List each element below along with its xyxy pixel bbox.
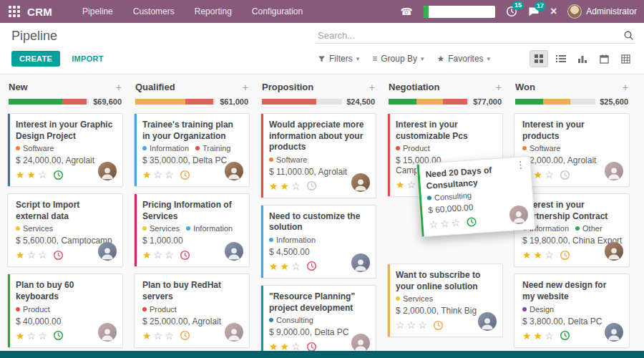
- priority-star[interactable]: ☆: [154, 331, 164, 341]
- activity-clock-icon[interactable]: [180, 330, 190, 341]
- progress-segment-red[interactable]: [262, 99, 316, 105]
- activities-button[interactable]: 15: [506, 6, 517, 17]
- view-pivot-button[interactable]: [617, 51, 634, 67]
- progress-segment-gray[interactable]: [213, 99, 215, 105]
- activity-clock-icon[interactable]: [306, 342, 317, 351]
- messages-button[interactable]: 17: [528, 6, 540, 17]
- progress-segment-green[interactable]: [515, 99, 543, 105]
- priority-star[interactable]: ★: [269, 261, 279, 271]
- opportunity-card[interactable]: Need new design for my websiteDesign$ 3,…: [514, 274, 630, 347]
- create-button[interactable]: CREATE: [11, 51, 60, 67]
- priority-star[interactable]: ☆: [545, 170, 555, 180]
- progress-segment-gray[interactable]: [570, 99, 595, 105]
- column-progress-bar[interactable]: [515, 99, 595, 105]
- column-progress-bar[interactable]: [262, 99, 342, 105]
- priority-star[interactable]: ☆: [451, 218, 462, 228]
- column-quick-add-icon[interactable]: +: [116, 82, 122, 92]
- progress-segment-green[interactable]: [9, 99, 62, 105]
- priority-star[interactable]: ☆: [165, 250, 175, 260]
- priority-star[interactable]: ★: [534, 250, 544, 260]
- opportunity-card[interactable]: Plan to buy RedHat serversProduct$ 25,00…: [134, 274, 250, 347]
- progress-segment-red[interactable]: [62, 99, 87, 105]
- opportunity-card[interactable]: ⋮Need 20 Days of ConsultancyConsulting$ …: [416, 156, 536, 238]
- priority-star[interactable]: ☆: [154, 250, 164, 260]
- priority-star[interactable]: ☆: [165, 331, 175, 341]
- activity-clock-icon[interactable]: [560, 170, 570, 180]
- priority-star[interactable]: ☆: [38, 331, 48, 341]
- opportunity-card[interactable]: "Resource Planning" project developmentC…: [260, 285, 376, 351]
- apps-menu-icon[interactable]: [9, 6, 20, 17]
- column-quick-add-icon[interactable]: +: [243, 82, 248, 92]
- priority-star[interactable]: ☆: [291, 181, 301, 191]
- activity-clock-icon[interactable]: [560, 250, 570, 261]
- search-icon[interactable]: [623, 30, 634, 41]
- filters-dropdown[interactable]: Filters ▾: [318, 54, 359, 64]
- priority-star[interactable]: ★: [142, 250, 152, 260]
- priority-star[interactable]: ☆: [396, 320, 406, 330]
- close-icon[interactable]: ×: [550, 6, 557, 17]
- priority-star[interactable]: ★: [280, 261, 291, 271]
- priority-star[interactable]: ★: [16, 331, 26, 341]
- view-graph-button[interactable]: [574, 51, 591, 67]
- activity-clock-icon[interactable]: [180, 250, 190, 261]
- opportunity-card[interactable]: Pricing Information of ServicesServicesI…: [134, 193, 250, 267]
- priority-star[interactable]: ★: [269, 342, 279, 351]
- column-quick-add-icon[interactable]: +: [369, 82, 375, 92]
- nav-item-customers[interactable]: Customers: [125, 0, 183, 23]
- progress-segment-gray[interactable]: [467, 99, 469, 105]
- priority-star[interactable]: ☆: [407, 320, 417, 330]
- progress-segment-red[interactable]: [185, 99, 213, 105]
- view-kanban-button[interactable]: [530, 50, 548, 67]
- activity-clock-icon[interactable]: [560, 330, 570, 341]
- opportunity-card[interactable]: Script to Import external dataServices$ …: [7, 193, 123, 267]
- priority-star[interactable]: ☆: [429, 219, 439, 230]
- search-input[interactable]: [316, 29, 623, 42]
- activity-clock-icon[interactable]: [433, 320, 444, 331]
- user-menu[interactable]: Administrator: [567, 4, 637, 19]
- opportunity-card[interactable]: Would appreciate more information about …: [260, 113, 376, 198]
- priority-star[interactable]: ★: [142, 331, 152, 341]
- nav-item-configuration[interactable]: Configuration: [243, 0, 311, 23]
- activity-clock-icon[interactable]: [53, 330, 64, 341]
- add-new-column-button[interactable]: + Add new Column: [640, 83, 644, 351]
- priority-star[interactable]: ★: [16, 250, 26, 260]
- priority-star[interactable]: ☆: [165, 170, 175, 180]
- opportunity-card[interactable]: Interest in your Graphic Design ProjectS…: [7, 113, 123, 187]
- priority-star[interactable]: ☆: [291, 261, 301, 271]
- priority-star[interactable]: ★: [142, 170, 152, 180]
- timer-input[interactable]: [424, 6, 495, 18]
- favorites-dropdown[interactable]: ★ Favorites ▾: [436, 54, 490, 64]
- priority-star[interactable]: ★: [534, 170, 544, 180]
- activity-clock-icon[interactable]: [466, 216, 477, 228]
- card-menu-icon[interactable]: ⋮: [516, 160, 526, 170]
- nav-item-reporting[interactable]: Reporting: [186, 0, 240, 23]
- priority-star[interactable]: ☆: [27, 331, 37, 341]
- activity-clock-icon[interactable]: [306, 180, 317, 191]
- column-progress-bar[interactable]: [135, 99, 215, 105]
- priority-star[interactable]: ★: [27, 170, 37, 180]
- priority-star[interactable]: ★: [522, 250, 532, 260]
- priority-star[interactable]: ☆: [407, 180, 417, 190]
- import-button[interactable]: IMPORT: [72, 54, 104, 63]
- column-quick-add-icon[interactable]: +: [496, 82, 502, 92]
- progress-segment-gray[interactable]: [87, 99, 89, 105]
- priority-star[interactable]: ★: [534, 331, 544, 341]
- priority-star[interactable]: ★: [280, 342, 291, 351]
- view-list-button[interactable]: [552, 51, 570, 67]
- priority-star[interactable]: ☆: [291, 342, 301, 351]
- priority-star[interactable]: ★: [269, 181, 279, 191]
- opportunity-card[interactable]: Want to subscribe to your online solutio…: [387, 263, 503, 337]
- dragged-card-wrapper[interactable]: ⋮Need 20 Days of ConsultancyConsulting$ …: [416, 156, 536, 238]
- priority-star[interactable]: ☆: [545, 331, 555, 341]
- priority-star[interactable]: ☆: [440, 218, 451, 229]
- activity-clock-icon[interactable]: [53, 170, 64, 180]
- activity-clock-icon[interactable]: [180, 170, 190, 180]
- priority-star[interactable]: ☆: [545, 250, 555, 260]
- group-by-dropdown[interactable]: ≡ Group By ▾: [372, 54, 424, 64]
- view-calendar-button[interactable]: [595, 51, 613, 67]
- priority-star[interactable]: ★: [522, 331, 532, 341]
- column-progress-bar[interactable]: [389, 99, 469, 105]
- progress-segment-gray[interactable]: [316, 99, 342, 105]
- progress-segment-yellow[interactable]: [135, 99, 185, 105]
- priority-star[interactable]: ★: [280, 181, 291, 191]
